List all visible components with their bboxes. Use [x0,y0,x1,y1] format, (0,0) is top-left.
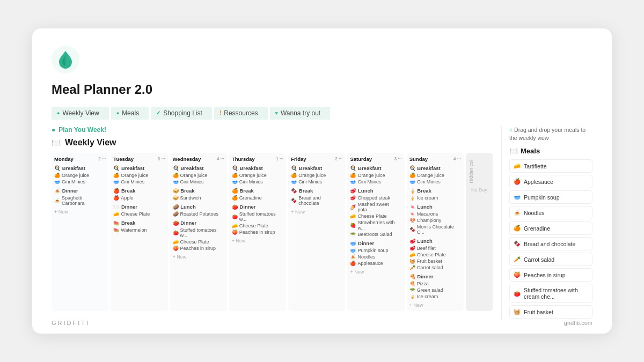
tuesday-break-label: 🍎 Break [113,188,165,194]
thursday-item-3: 🍊 Grenadine [232,195,283,201]
thursday-dinner-label: 🍅 Dinner [232,204,283,210]
friday-item-2: 🥣 Cini Minies [291,179,342,185]
tab-wanna[interactable]: ♥ Wanna try out [270,107,331,120]
meal-item-emoji-7: 🍑 [514,271,521,278]
meal-item-name-0: Tartiflette [524,163,547,169]
wednesday-name: Wednesday [173,156,201,162]
thursday-dinner: 🍅 Dinner 🍅 Stuffed tomatoes w... 🧀 Chees… [232,204,283,235]
tuesday-meta: 3 ··· [157,156,165,161]
wednesday-item-2: 🥣 Cini Minies [173,179,224,185]
tuesday-breakfast-label: 🍳 Breakfast [113,165,165,171]
meal-list-item-8: 🍅Stuffed tomatoes with cream che... [509,284,592,303]
wednesday-lunch-label: 🥔 Lunch [173,204,224,210]
sunday-item-4: 🍬 Macarons [409,211,461,217]
tab-shopping-icon: ✓ [156,110,160,116]
day-wednesday: Wednesday 4 ··· 🍳 Breakfast 🍊 Orange jui… [170,153,227,311]
monday-item-3: 🍝 Spaghetti Carbonara [54,195,106,206]
thursday-break-label: 🍊 Break [232,188,283,194]
meal-list-item-9: 🧺Fruit basket [509,305,592,319]
tuesday-item-5: 🍉 Watermelon [113,227,165,233]
plan-heading: ● Plan You Week! [52,126,493,134]
meal-item-emoji-4: 🍊 [514,225,521,232]
wednesday-item-4: 🥔 Roasted Potatoes [173,211,224,217]
saturday-item-3: 🥩 Chopped steak [350,195,401,201]
meal-item-name-7: Peaches in sirup [524,272,566,278]
sunday-break: 🍦 Break 🍦 Ice cream [409,188,461,201]
tab-ressources-label: Ressources [224,109,258,117]
sunday-item-7: 🥩 Beef filet [409,245,461,252]
sunday-dinner: 🍕 Dinner 🍕 Pizza 🥗 Green salad 🍦 Ice cre… [409,274,461,300]
hidden-col: Hidden col No Day [466,153,493,311]
thursday-item-4: 🍅 Stuffed tomatoes w... [232,211,283,223]
tab-weekly-label: Weekly View [62,109,99,117]
monday-dinner: 🍝 Dinner 🍝 Spaghetti Carbonara [54,188,106,206]
meal-item-name-9: Fruit basket [524,309,553,315]
thursday-meta: 1 ··· [276,156,283,161]
tuesday-item-3: 🍎 Apple [113,195,165,201]
tab-ressources-icon: ! [219,110,221,116]
footer-url: gridfiti.com [564,320,592,326]
sunday-item-11: 🍕 Pizza [409,280,461,287]
wednesday-new-btn[interactable]: + New [173,254,224,260]
footer: GRIDFITI gridfiti.com [52,320,592,326]
monday-name: Monday [54,156,74,162]
day-tuesday: Tuesday 3 ··· 🍳 Breakfast 🍊 Orange juice… [111,153,167,311]
saturday-new-btn[interactable]: + New [350,269,401,275]
monday-new-btn[interactable]: + New [54,209,106,215]
meal-item-name-1: Applesauce [524,179,553,185]
friday-item-3: 🍫 Bread and chocolate [291,195,342,206]
monday-breakfast: 🍳 Breakfast 🍊 Orange juice 🥣 Cini Minies [54,165,106,185]
right-panel: + Drag and drop your meals to the weekly… [501,126,592,321]
friday-new-btn[interactable]: + New [291,209,342,215]
app-logo-icon [52,46,79,73]
thursday-header: Thursday 1 ··· [232,156,283,162]
tab-ressources[interactable]: ! Ressources [214,107,268,120]
friday-name: Friday [291,156,306,162]
wednesday-item-3: 🥪 Sandwich [173,195,224,201]
tab-meals-label: Meals [122,109,139,117]
wednesday-break: 🥪 Break 🥪 Sandwich [173,188,224,201]
sunday-lunch2-label: 🥩 Lunch [409,238,461,244]
meals-title-icon: 🍽️ [509,147,518,155]
tab-weekly-dot: ● [57,110,60,116]
tuesday-breakfast: 🍳 Breakfast 🍊 Orange juice 🥣 Cini Minies [113,165,165,185]
sunday-item-9: 🧺 Fruit basket [409,258,461,264]
plan-label: Plan You Week! [58,126,106,134]
tab-meals[interactable]: ● Meals [111,107,149,120]
thursday-new-btn[interactable]: + New [232,238,283,243]
sunday-lunch1-label: 🍬 Lunch [409,204,461,210]
saturday-lunch-label: 🥩 Lunch [350,188,401,194]
sunday-item-3: 🍦 Ice cream [409,195,461,201]
sunday-lunch2: 🥩 Lunch 🥩 Beef filet 🧀 Cheese Plate 🧺 Fr… [409,238,461,271]
tuesday-item-4: 🧀 Cheese Plate [113,211,165,217]
tuesday-item-2: 🥣 Cini Minies [113,179,165,185]
sunday-breakfast: 🍳 Breakfast 🍊 Orange juice 🥣 Cini Minies [409,165,461,185]
wednesday-dinner-label: 🍅 Dinner [173,220,224,226]
saturday-dinner-label: 🥣 Dinner [350,240,401,246]
meal-item-name-4: Grenadine [524,225,550,232]
tab-weekly[interactable]: ● Weekly View [52,107,109,120]
weekly-title-text: Weekly View [65,138,116,147]
tuesday-break2: 🍉 Break 🍉 Watermelon [113,220,165,233]
wednesday-header: Wednesday 4 ··· [173,156,224,162]
friday-item-1: 🍊 Orange juice [291,172,342,179]
sunday-item-10: 🥕 Carrot salad [409,264,461,271]
saturday-item-4: 🍠 Mashed sweet pota... [350,201,401,213]
monday-dinner-label: 🍝 Dinner [54,188,106,194]
wednesday-meta: 4 ··· [217,156,224,161]
tab-shopping[interactable]: ✓ Shopping List [151,107,212,120]
day-saturday: Saturday 3 ··· 🍳 Breakfast 🍊 Orange juic… [347,153,404,311]
tuesday-item-1: 🍊 Orange juice [113,172,165,179]
wednesday-dinner: 🍅 Dinner 🍅 Stuffed tomatoes w... 🧀 Chees… [173,220,224,252]
saturday-item-5: 🧀 Cheese Plate [350,213,401,219]
saturday-meta: 3 ··· [394,156,402,161]
meal-item-emoji-3: 🍝 [514,209,521,216]
saturday-item-8: 🥣 Pumpkin soup [350,247,401,254]
thursday-breakfast-label: 🍳 Breakfast [232,165,283,171]
wednesday-item-1: 🍊 Orange juice [173,172,224,179]
meal-list-item-6: 🥕Carrot salad [509,253,592,266]
tab-shopping-label: Shopping List [163,109,202,117]
sunday-new-btn[interactable]: + New [409,302,461,308]
tuesday-break: 🍎 Break 🍎 Apple [113,188,165,201]
thursday-break: 🍊 Break 🍊 Grenadine [232,188,283,201]
